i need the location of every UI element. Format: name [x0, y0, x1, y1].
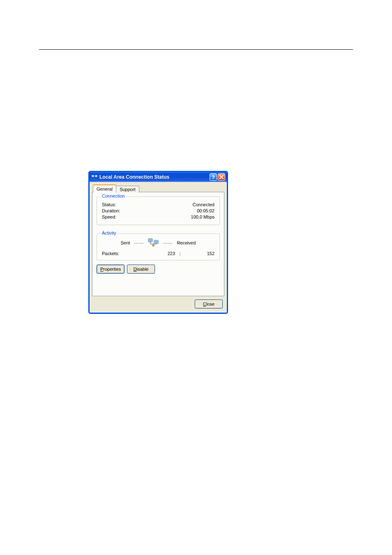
svg-rect-8: [153, 244, 154, 245]
disable-button-rest: isable: [137, 267, 149, 272]
activity-header-row: Sent —— ——: [102, 238, 214, 248]
duration-label: Duration:: [102, 208, 120, 213]
dialog-client-area: General Support Connection Status: Conne…: [90, 182, 227, 313]
close-window-button[interactable]: [218, 173, 225, 181]
horizontal-rule: [39, 49, 353, 50]
status-row: Status: Connected: [102, 202, 214, 207]
action-button-row: Properties Disable: [97, 265, 220, 274]
close-button[interactable]: Close: [195, 299, 223, 309]
duration-value: 00:05:02: [197, 208, 214, 213]
network-activity-icon: [148, 238, 159, 248]
speed-label: Speed:: [102, 214, 116, 219]
activity-legend: Activity: [100, 230, 118, 235]
svg-rect-9: [153, 246, 154, 246]
packets-divider: |: [175, 251, 185, 256]
titlebar[interactable]: Local Area Connection Status ?: [90, 172, 227, 182]
properties-button-rest: roperties: [103, 267, 121, 272]
svg-rect-1: [95, 175, 97, 177]
activity-dash-right: ——: [163, 240, 173, 245]
tab-panel-general: Connection Status: Connected Duration: 0…: [92, 192, 224, 296]
svg-rect-2: [94, 178, 95, 180]
dialog-title: Local Area Connection Status: [99, 174, 210, 180]
connection-status-dialog: Local Area Connection Status ? General S…: [88, 171, 228, 314]
properties-button[interactable]: Properties: [97, 265, 125, 274]
packets-sent-value: 223: [145, 251, 175, 256]
activity-groupbox: Activity Sent ——: [97, 233, 220, 260]
activity-dash-left: ——: [134, 240, 144, 245]
packets-received-value: 152: [185, 251, 214, 256]
status-label: Status:: [102, 202, 116, 207]
speed-row: Speed: 100.0 Mbps: [102, 214, 214, 219]
speed-value: 100.0 Mbps: [191, 214, 214, 219]
close-button-rest: lose: [206, 302, 214, 306]
tab-support[interactable]: Support: [116, 186, 139, 193]
connection-groupbox: Connection Status: Connected Duration: 0…: [97, 196, 220, 225]
received-label: Received: [177, 240, 196, 245]
sent-label: Sent: [121, 240, 130, 245]
network-status-icon: [91, 174, 98, 180]
packets-label: Packets:: [102, 251, 145, 256]
svg-rect-4: [149, 240, 152, 242]
tab-strip: General Support: [93, 184, 139, 193]
disable-button[interactable]: Disable: [127, 265, 155, 274]
svg-rect-0: [92, 175, 94, 177]
help-button[interactable]: ?: [210, 173, 217, 181]
svg-rect-6: [155, 241, 158, 243]
dialog-footer: Close: [195, 299, 223, 309]
status-value: Connected: [193, 202, 214, 207]
duration-row: Duration: 00:05:02: [102, 208, 214, 213]
tab-general[interactable]: General: [93, 184, 116, 193]
packets-row: Packets: 223 | 152: [102, 251, 214, 256]
connection-legend: Connection: [100, 193, 127, 198]
